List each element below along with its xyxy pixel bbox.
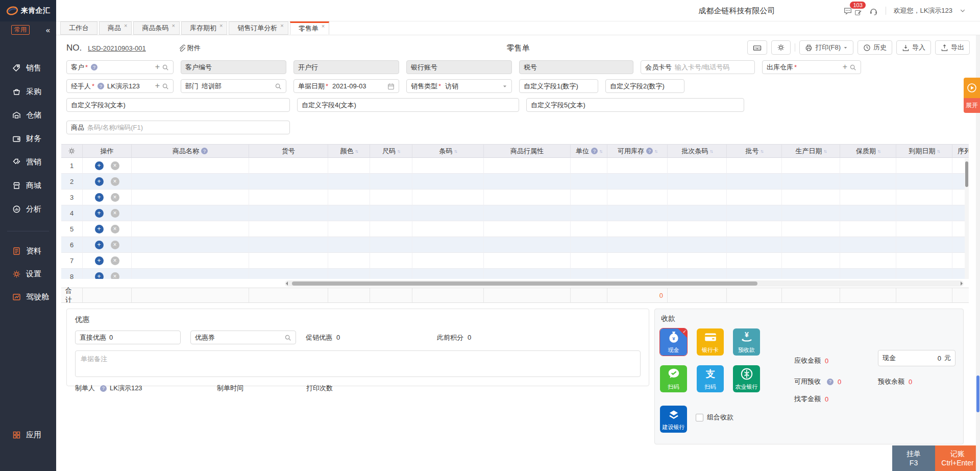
empty-cell[interactable]: [484, 221, 571, 237]
empty-cell[interactable]: [840, 205, 896, 221]
empty-cell[interactable]: [370, 237, 412, 253]
empty-cell[interactable]: [840, 190, 896, 205]
tab-close-icon[interactable]: ×: [219, 22, 223, 29]
empty-cell[interactable]: [727, 158, 782, 174]
tab-close-icon[interactable]: ×: [280, 22, 283, 29]
empty-cell[interactable]: [571, 158, 607, 174]
delete-row-icon[interactable]: ×: [111, 209, 119, 218]
empty-cell[interactable]: [249, 205, 328, 221]
empty-cell[interactable]: [727, 253, 782, 269]
expand-button[interactable]: 展开: [964, 98, 980, 113]
empty-cell[interactable]: [484, 205, 571, 221]
empty-cell[interactable]: [132, 269, 249, 279]
column-header-单位[interactable]: 单位?↑↓: [571, 144, 607, 158]
coupon-input[interactable]: 优惠券: [190, 331, 296, 344]
sidebar-item-采购[interactable]: 采购: [0, 80, 56, 103]
payment-method-扫码[interactable]: 支扫码: [697, 365, 724, 392]
caret-down-icon[interactable]: [502, 84, 507, 89]
column-header-尺码[interactable]: 尺码↑↓: [370, 144, 412, 158]
tab-销售订单分析[interactable]: 销售订单分析×: [229, 21, 288, 35]
column-header-到期日期[interactable]: 到期日期↑↓: [896, 144, 952, 158]
field-单据日期[interactable]: 单据日期*2021-09-03: [293, 79, 399, 93]
delete-row-icon[interactable]: ×: [111, 161, 119, 170]
empty-cell[interactable]: [249, 269, 328, 279]
print-button[interactable]: 打印(F8): [799, 40, 853, 55]
empty-cell[interactable]: [412, 253, 484, 269]
direct-discount-input[interactable]: 直接优惠 0: [75, 331, 181, 344]
empty-cell[interactable]: [782, 253, 840, 269]
empty-cell[interactable]: [370, 190, 412, 205]
empty-cell[interactable]: [249, 190, 328, 205]
sidebar-collapse-button[interactable]: «: [46, 26, 50, 34]
field-商品[interactable]: 商品条码/名称/编码(F1): [66, 121, 290, 134]
empty-cell[interactable]: [571, 269, 607, 279]
empty-cell[interactable]: [328, 237, 370, 253]
empty-cell[interactable]: [896, 158, 952, 174]
search-icon[interactable]: [284, 334, 291, 341]
delete-row-icon[interactable]: ×: [111, 241, 119, 249]
doc-number-link[interactable]: LSD-20210903-001: [88, 44, 145, 52]
empty-cell[interactable]: [840, 253, 896, 269]
empty-cell[interactable]: [782, 269, 840, 279]
post-order-button[interactable]: 记账 Ctrl+Enter: [935, 445, 980, 471]
empty-cell[interactable]: [840, 237, 896, 253]
empty-cell[interactable]: [412, 237, 484, 253]
column-header-批号[interactable]: 批号↑↓: [727, 144, 782, 158]
field-自定义字段4(文本)[interactable]: 自定义字段4(文本): [297, 98, 519, 112]
add-row-icon[interactable]: +: [95, 161, 104, 170]
sidebar-item-设置[interactable]: 设置: [0, 263, 56, 286]
empty-cell[interactable]: [370, 158, 412, 174]
plus-icon[interactable]: +: [155, 82, 160, 90]
column-header-条码[interactable]: 条码↑↓: [412, 144, 484, 158]
user-menu[interactable]: 欢迎您，LK演示123: [893, 6, 952, 15]
payment-method-预收款[interactable]: ¥预收款: [733, 328, 760, 356]
empty-cell[interactable]: [668, 174, 727, 190]
horizontal-scroll-thumb[interactable]: [292, 281, 757, 286]
checkbox-icon[interactable]: [696, 414, 703, 421]
payment-method-银行卡[interactable]: 银行卡: [697, 328, 724, 356]
sort-icon[interactable]: ↑↓: [397, 149, 400, 154]
empty-cell[interactable]: [668, 237, 727, 253]
tab-close-icon[interactable]: ×: [322, 23, 325, 29]
sort-icon[interactable]: ↑↓: [761, 149, 763, 154]
add-row-icon[interactable]: +: [95, 256, 104, 265]
add-row-icon[interactable]: +: [95, 209, 104, 218]
sidebar-item-营销[interactable]: 营销: [0, 150, 56, 174]
sort-icon[interactable]: ↑↓: [599, 149, 602, 154]
tab-零售单[interactable]: 零售单×: [290, 21, 329, 35]
page-scroll-thumb[interactable]: [976, 375, 979, 412]
empty-cell[interactable]: [727, 174, 782, 190]
empty-cell[interactable]: [132, 174, 249, 190]
sort-icon[interactable]: ↑↓: [937, 149, 940, 154]
add-row-icon[interactable]: +: [95, 241, 104, 249]
empty-cell[interactable]: [727, 269, 782, 279]
add-row-icon[interactable]: +: [95, 177, 104, 186]
field-自定义字段2(数字)[interactable]: 自定义字段2(数字): [605, 79, 684, 93]
sidebar-item-商城[interactable]: 商城: [0, 174, 56, 197]
empty-cell[interactable]: [412, 221, 484, 237]
settings-button[interactable]: [771, 40, 791, 55]
search-icon[interactable]: [849, 64, 856, 71]
empty-cell[interactable]: [727, 237, 782, 253]
search-icon[interactable]: [275, 83, 282, 90]
empty-cell[interactable]: [370, 253, 412, 269]
empty-cell[interactable]: [840, 158, 896, 174]
remark-textarea[interactable]: 单据备注: [75, 350, 641, 377]
empty-cell[interactable]: [840, 174, 896, 190]
delete-row-icon[interactable]: ×: [111, 256, 119, 265]
sort-icon[interactable]: ↑↓: [454, 149, 457, 154]
sort-icon[interactable]: ↑↓: [824, 149, 826, 154]
empty-cell[interactable]: [607, 158, 668, 174]
empty-cell[interactable]: [896, 253, 952, 269]
combine-payment-checkbox[interactable]: 组合收款: [696, 413, 733, 422]
field-会员卡号[interactable]: 会员卡号输入卡号/电话号码: [641, 60, 755, 74]
empty-cell[interactable]: [668, 253, 727, 269]
search-icon[interactable]: [162, 64, 169, 71]
table-vertical-scrollbar[interactable]: [965, 158, 969, 279]
add-row-icon[interactable]: +: [95, 272, 104, 279]
attachment-button[interactable]: 附件: [178, 43, 201, 53]
empty-cell[interactable]: [370, 174, 412, 190]
cash-amount-input[interactable]: 现金 0 元: [878, 350, 955, 366]
empty-cell[interactable]: [249, 237, 328, 253]
empty-cell[interactable]: [328, 221, 370, 237]
